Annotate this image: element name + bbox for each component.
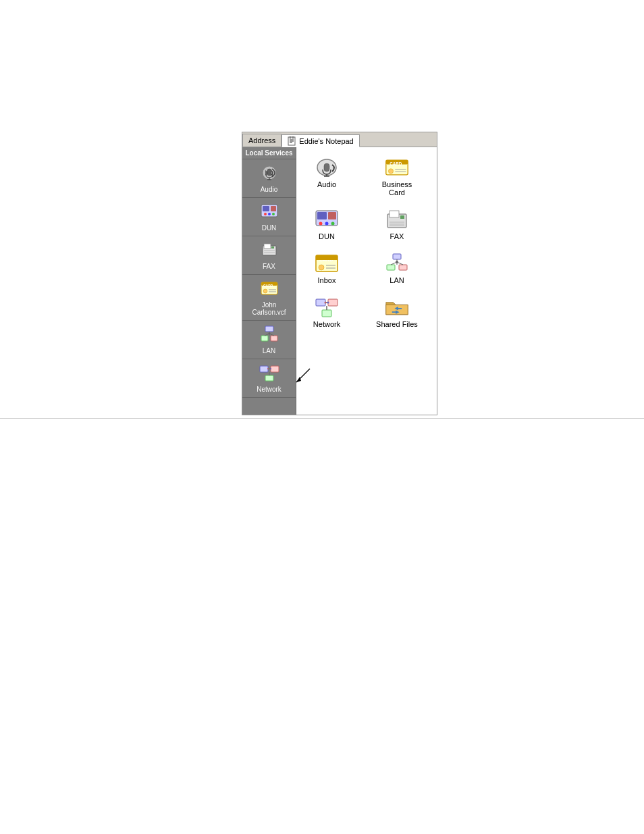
main-item-network[interactable]: Network xyxy=(303,294,350,331)
main-business-card-label: Business Card xyxy=(376,180,418,197)
content-area: Local Services Audio xyxy=(242,147,437,415)
lan-main-icon xyxy=(385,253,409,274)
dun-sidebar-icon xyxy=(259,202,280,222)
svg-point-57 xyxy=(331,222,335,226)
svg-text:CARD: CARD xyxy=(263,284,273,288)
svg-point-40 xyxy=(267,368,269,369)
svg-point-15 xyxy=(268,213,271,215)
svg-rect-28 xyxy=(265,326,273,332)
main-item-audio[interactable]: Audio xyxy=(303,154,350,199)
shared-files-main-icon xyxy=(385,296,409,318)
tab-eddies-notepad[interactable]: Eddie's Notepad xyxy=(281,134,359,147)
svg-point-67 xyxy=(319,265,324,270)
main-item-inbox[interactable]: CARD Inbox xyxy=(303,250,350,287)
svg-rect-37 xyxy=(265,375,273,381)
svg-rect-78 xyxy=(328,299,338,306)
svg-rect-36 xyxy=(271,366,279,372)
svg-rect-8 xyxy=(267,169,271,176)
main-shared-files-label: Shared Files xyxy=(376,320,418,328)
sidebar-lan-label: LAN xyxy=(263,347,275,355)
sidebar-network-label: Network xyxy=(257,386,281,393)
svg-rect-18 xyxy=(264,244,271,249)
audio-sidebar-icon xyxy=(259,163,280,184)
svg-text:CARD: CARD xyxy=(390,161,402,166)
svg-rect-35 xyxy=(260,366,268,372)
eddies-notepad-tab-label: Eddie's Notepad xyxy=(299,137,353,145)
main-item-dun[interactable]: DUN xyxy=(303,206,350,243)
fax-sidebar-icon xyxy=(259,240,280,261)
inbox-main-icon: CARD xyxy=(315,253,339,274)
svg-point-55 xyxy=(319,222,323,226)
svg-rect-72 xyxy=(399,265,407,270)
sidebar-john-carlson-label: John Carlson.vcf xyxy=(252,301,286,316)
sidebar-dun-label: DUN xyxy=(262,224,277,232)
svg-rect-1 xyxy=(290,136,291,138)
divider-line xyxy=(0,418,644,419)
svg-rect-79 xyxy=(322,310,331,317)
svg-rect-29 xyxy=(261,336,268,341)
sidebar-item-lan[interactable]: LAN xyxy=(242,321,296,359)
svg-rect-59 xyxy=(390,211,399,217)
network-sidebar-icon xyxy=(259,363,280,384)
svg-rect-77 xyxy=(316,299,325,306)
svg-rect-13 xyxy=(271,206,276,211)
svg-point-76 xyxy=(396,261,398,263)
svg-point-83 xyxy=(327,302,329,304)
svg-rect-54 xyxy=(328,212,336,219)
sidebar-item-network[interactable]: Network xyxy=(242,359,296,398)
sidebar-item-dun[interactable]: DUN xyxy=(242,198,296,236)
tab-bar: Address Eddie's Notepad xyxy=(242,132,437,147)
vcard-sidebar-icon: CARD xyxy=(259,279,280,299)
svg-point-14 xyxy=(264,213,267,215)
svg-point-56 xyxy=(325,222,329,226)
lan-sidebar-icon xyxy=(259,325,280,345)
svg-rect-61 xyxy=(390,224,404,226)
main-dun-label: DUN xyxy=(319,232,335,240)
business-card-main-icon: CARD xyxy=(385,157,409,178)
main-item-lan[interactable]: LAN xyxy=(373,250,421,287)
svg-point-82 xyxy=(325,302,327,304)
sidebar-fax-label: FAX xyxy=(263,263,275,270)
svg-rect-71 xyxy=(387,265,395,270)
main-item-fax[interactable]: FAX xyxy=(373,206,421,243)
app-window: Address Eddie's Notepad Local Services xyxy=(242,132,437,415)
main-item-business-card[interactable]: CARD Business Card xyxy=(373,154,421,199)
svg-rect-12 xyxy=(263,206,269,211)
svg-point-16 xyxy=(272,213,275,215)
main-panel: Audio CARD Business Card xyxy=(296,147,437,415)
svg-point-41 xyxy=(270,368,271,369)
sidebar-item-audio[interactable]: Audio xyxy=(242,159,296,198)
svg-rect-70 xyxy=(393,254,401,259)
sidebar-audio-label: Audio xyxy=(261,186,278,193)
svg-rect-21 xyxy=(271,246,274,249)
address-tab-label: Address xyxy=(248,136,275,145)
main-audio-label: Audio xyxy=(317,180,336,188)
svg-rect-19 xyxy=(264,250,275,251)
main-fax-label: FAX xyxy=(390,232,404,240)
svg-point-49 xyxy=(388,169,393,174)
sidebar-item-fax[interactable]: FAX xyxy=(242,236,296,275)
svg-rect-30 xyxy=(271,336,277,341)
svg-point-25 xyxy=(263,289,267,293)
svg-rect-62 xyxy=(400,215,404,219)
svg-rect-43 xyxy=(324,163,329,172)
main-network-label: Network xyxy=(313,320,340,328)
fax-main-icon xyxy=(385,209,409,230)
svg-rect-53 xyxy=(317,212,327,219)
sidebar-header: Local Services xyxy=(242,147,296,159)
svg-point-34 xyxy=(268,333,270,335)
audio-main-icon xyxy=(315,157,339,178)
sidebar-item-john-carlson[interactable]: CARD John Carlson.vcf xyxy=(242,275,296,321)
main-inbox-label: Inbox xyxy=(318,276,336,284)
main-item-shared-files[interactable]: Shared Files xyxy=(373,294,421,331)
svg-rect-60 xyxy=(390,221,404,224)
svg-rect-2 xyxy=(292,136,294,138)
network-main-icon xyxy=(315,296,339,318)
svg-rect-66 xyxy=(316,258,338,260)
svg-rect-20 xyxy=(264,252,275,253)
dun-main-icon xyxy=(315,209,339,230)
tab-address[interactable]: Address xyxy=(242,134,281,147)
main-lan-label: LAN xyxy=(390,276,404,284)
sidebar: Local Services Audio xyxy=(242,147,296,415)
notepad-tab-icon xyxy=(288,136,297,146)
